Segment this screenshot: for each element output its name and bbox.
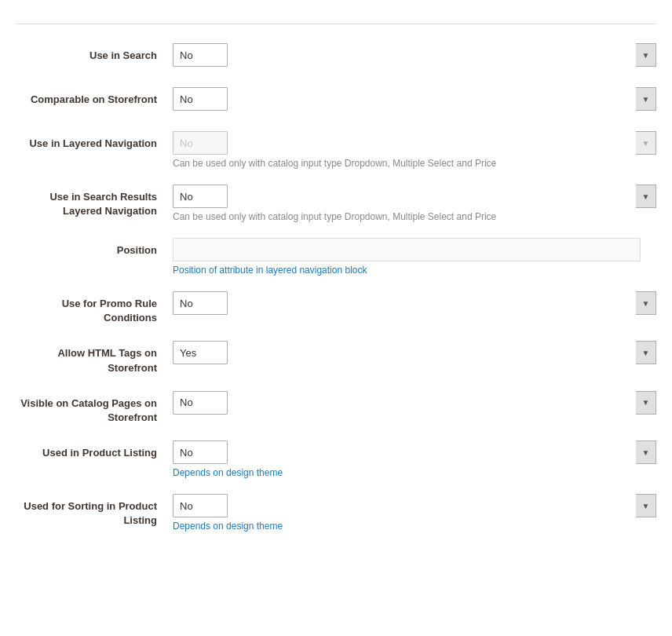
field-visible_on_catalog_pages_on_storefront: NoYes▼ xyxy=(173,391,656,415)
select-use_in_search_results_layered_navigation[interactable]: NoYes xyxy=(173,185,228,208)
input-position[interactable] xyxy=(173,238,641,261)
field-allow_html_tags_on_storefront: NoYes▼ xyxy=(173,341,656,364)
select-comparable_on_storefront[interactable]: NoYes xyxy=(173,87,228,111)
form-row-visible_on_catalog_pages_on_storefront: Visible on Catalog Pages on StorefrontNo… xyxy=(16,391,656,425)
select-wrapper-used_in_product_listing: NoYes▼ xyxy=(173,440,656,464)
dropdown-arrow-icon: ▼ xyxy=(636,391,656,415)
select-use_in_search[interactable]: NoYes xyxy=(173,43,228,67)
label-use_in_search: Use in Search xyxy=(16,43,173,63)
dropdown-arrow-icon: ▼ xyxy=(636,87,656,111)
select-wrapper-visible_on_catalog_pages_on_storefront: NoYes▼ xyxy=(173,391,656,415)
label-visible_on_catalog_pages_on_storefront: Visible on Catalog Pages on Storefront xyxy=(16,391,173,425)
select-wrapper-use_in_search: NoYes▼ xyxy=(173,43,656,67)
dropdown-arrow-icon: ▼ xyxy=(636,440,656,464)
form-row-comparable_on_storefront: Comparable on StorefrontNoYes▼ xyxy=(16,87,656,115)
select-wrapper-use_in_layered_navigation: NoYes▼ xyxy=(173,131,656,155)
dropdown-arrow-icon: ▼ xyxy=(636,43,656,67)
form-row-used_in_product_listing: Used in Product ListingNoYes▼Depends on … xyxy=(16,440,656,478)
select-wrapper-comparable_on_storefront: NoYes▼ xyxy=(173,87,656,111)
dropdown-arrow-icon: ▼ xyxy=(636,494,656,517)
select-wrapper-used_for_sorting_in_product_listing: NoYes▼ xyxy=(173,494,656,517)
hint-use_in_search_results_layered_navigation: Can be used only with catalog input type… xyxy=(173,211,656,222)
label-use_in_layered_navigation: Use in Layered Navigation xyxy=(16,131,173,151)
field-use_in_search_results_layered_navigation: NoYes▼Can be used only with catalog inpu… xyxy=(173,185,656,222)
hint-used_in_product_listing: Depends on design theme xyxy=(173,467,656,478)
select-used_in_product_listing[interactable]: NoYes xyxy=(173,440,228,464)
select-allow_html_tags_on_storefront[interactable]: NoYes xyxy=(173,341,228,364)
select-use_in_layered_navigation[interactable]: NoYes xyxy=(173,131,228,155)
hint-used_for_sorting_in_product_listing: Depends on design theme xyxy=(173,521,656,532)
label-used_in_product_listing: Used in Product Listing xyxy=(16,440,173,460)
form-row-position: PositionPosition of attribute in layered… xyxy=(16,238,656,276)
hint-use_in_layered_navigation: Can be used only with catalog input type… xyxy=(173,158,656,169)
select-used_for_sorting_in_product_listing[interactable]: NoYes xyxy=(173,494,228,517)
form-row-use_in_search_results_layered_navigation: Use in Search Results Layered Navigation… xyxy=(16,185,656,222)
label-used_for_sorting_in_product_listing: Used for Sorting in Product Listing xyxy=(16,494,173,528)
dropdown-arrow-icon: ▼ xyxy=(636,291,656,315)
select-use_for_promo_rule_conditions[interactable]: NoYes xyxy=(173,291,228,315)
hint-position: Position of attribute in layered navigat… xyxy=(173,265,656,276)
label-use_for_promo_rule_conditions: Use for Promo Rule Conditions xyxy=(16,291,173,325)
form-row-use_in_search: Use in SearchNoYes▼ xyxy=(16,43,656,71)
form-row-use_in_layered_navigation: Use in Layered NavigationNoYes▼Can be us… xyxy=(16,131,656,169)
field-used_for_sorting_in_product_listing: NoYes▼Depends on design theme xyxy=(173,494,656,532)
field-use_in_search: NoYes▼ xyxy=(173,43,656,67)
select-visible_on_catalog_pages_on_storefront[interactable]: NoYes xyxy=(173,391,228,415)
form-row-use_for_promo_rule_conditions: Use for Promo Rule ConditionsNoYes▼ xyxy=(16,291,656,325)
select-wrapper-use_for_promo_rule_conditions: NoYes▼ xyxy=(173,291,656,315)
label-allow_html_tags_on_storefront: Allow HTML Tags on Storefront xyxy=(16,341,173,375)
dropdown-arrow-icon: ▼ xyxy=(636,185,656,208)
label-comparable_on_storefront: Comparable on Storefront xyxy=(16,87,173,107)
select-wrapper-allow_html_tags_on_storefront: NoYes▼ xyxy=(173,341,656,364)
field-comparable_on_storefront: NoYes▼ xyxy=(173,87,656,111)
dropdown-arrow-icon: ▼ xyxy=(636,131,656,155)
section-title xyxy=(16,16,656,24)
label-position: Position xyxy=(16,238,173,258)
dropdown-arrow-icon: ▼ xyxy=(636,341,656,364)
form-row-used_for_sorting_in_product_listing: Used for Sorting in Product ListingNoYes… xyxy=(16,494,656,532)
form-row-allow_html_tags_on_storefront: Allow HTML Tags on StorefrontNoYes▼ xyxy=(16,341,656,375)
select-wrapper-use_in_search_results_layered_navigation: NoYes▼ xyxy=(173,185,656,208)
label-use_in_search_results_layered_navigation: Use in Search Results Layered Navigation xyxy=(16,185,173,218)
field-used_in_product_listing: NoYes▼Depends on design theme xyxy=(173,440,656,478)
field-use_for_promo_rule_conditions: NoYes▼ xyxy=(173,291,656,315)
field-position: Position of attribute in layered navigat… xyxy=(173,238,656,276)
field-use_in_layered_navigation: NoYes▼Can be used only with catalog inpu… xyxy=(173,131,656,169)
